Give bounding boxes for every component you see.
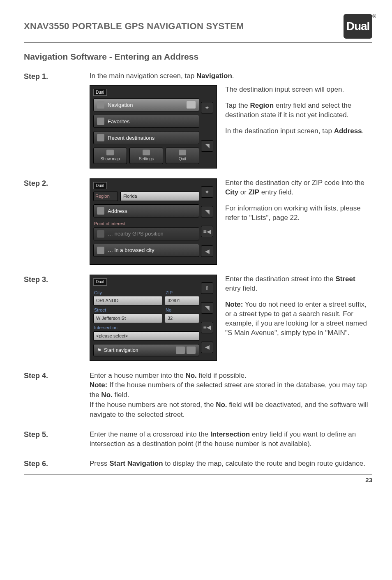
ss-side-button-1[interactable]: ✦ (201, 102, 213, 113)
step-2: Step 2. Dual Region Florida Address (24, 178, 372, 265)
step-5-label: Step 5. (24, 430, 90, 449)
ss-favorites-button[interactable]: Favorites (93, 115, 199, 128)
ss-quit-button[interactable]: Quit (166, 148, 199, 164)
intersection-field[interactable]: <please select> (93, 331, 199, 341)
ss-brand-tag: Dual (93, 182, 107, 189)
map-icon (106, 150, 114, 155)
compass-icon (97, 101, 104, 109)
step-2-text: Enter the destination city or ZIP code i… (225, 178, 372, 265)
screenshot-region: Dual Region Florida Address Point of int… (90, 178, 217, 265)
model: XNAV3550 (24, 21, 69, 31)
tools-icon (143, 150, 150, 155)
logo-text: Dual (346, 20, 370, 33)
step-1: Step 1. In the main navigation screen, t… (24, 72, 372, 169)
dual-logo: Dual (344, 14, 372, 39)
start-navigation-button[interactable]: ⚑ Start navigation (93, 344, 199, 356)
city-label: City (94, 290, 162, 296)
ss-brand-tag: Dual (93, 89, 107, 96)
intersection-label: Intersection (94, 325, 199, 331)
header-divider (24, 42, 372, 43)
section-heading: Navigation Software - Entering an Addres… (24, 52, 372, 62)
region-label: Region (93, 192, 118, 201)
ss-side-button-1[interactable]: ✦ (201, 186, 213, 198)
step-4-text: Enter a house number into the No. field … (90, 371, 372, 420)
ss-nearby-button[interactable]: … nearby GPS position (93, 227, 199, 240)
address-icon (97, 207, 104, 215)
city-icon (97, 247, 104, 254)
zip-field[interactable]: 32801 (165, 296, 199, 305)
ss-side-button-3[interactable]: ≡◀ (201, 322, 213, 333)
step-5-text: Enter the name of a crossroad into the I… (90, 430, 372, 449)
step-3-text: Enter the destination street into the St… (225, 275, 372, 361)
ss-side-button-2[interactable]: ◥ (201, 206, 213, 217)
ss-navigation-button[interactable]: Navigation (93, 98, 199, 111)
poi-label: Point of interest (94, 221, 199, 227)
page-number: 23 (24, 474, 372, 483)
region-field[interactable]: Florida (120, 192, 199, 201)
step-1-text: The destination input screen will open. … (225, 85, 372, 169)
route-small-icon (187, 347, 196, 354)
ss-showmap-button[interactable]: Show map (93, 148, 127, 164)
city-field[interactable]: ORLANDO (93, 296, 162, 305)
ss-browsed-button[interactable]: … in a browsed city (93, 244, 199, 257)
ss-recent-button[interactable]: Recent destinations (93, 131, 199, 144)
step-3: Step 3. Dual City ORLANDO ZIP 3280 (24, 275, 372, 361)
list-icon (97, 134, 104, 141)
step-4-label: Step 4. (24, 371, 90, 420)
ss-address-button[interactable]: Address (93, 204, 199, 217)
ss-settings-button[interactable]: Settings (129, 148, 163, 164)
ss-brand-tag: Dual (93, 278, 107, 286)
step-6: Step 6. Press Start Navigation to displa… (24, 459, 372, 469)
street-label: Street (94, 307, 162, 313)
no-field[interactable]: 32 (165, 314, 199, 323)
step-3-label: Step 3. (24, 275, 90, 361)
ss-side-button-4[interactable]: ◀ (201, 245, 213, 257)
step-1-intro: In the main navigation screen, tap Navig… (90, 72, 372, 81)
no-label: No. (166, 307, 199, 313)
flag-icon: ⚑ (97, 347, 101, 354)
ss-side-button-3[interactable]: ≡◀ (201, 226, 213, 237)
screenshot-main-menu: Dual Navigation Favorites Recent (90, 85, 217, 169)
ss-side-button-4[interactable]: ◀ (201, 342, 213, 353)
ss-side-button-2[interactable]: ◥ (201, 140, 213, 152)
ss-side-button-1[interactable]: ⇑ (201, 282, 213, 294)
step-6-text: Press Start Navigation to display the ma… (90, 459, 372, 469)
target-icon (97, 230, 104, 238)
map-small-icon (176, 347, 185, 354)
page-header: XNAV3550 PORTABLE GPS NAVIGATION SYSTEM (24, 21, 244, 32)
step-2-label: Step 2. (24, 178, 90, 265)
ss-side-button-2[interactable]: ◥ (201, 302, 213, 314)
star-icon (97, 118, 104, 125)
step-1-label: Step 1. (24, 72, 90, 169)
step-4: Step 4. Enter a house number into the No… (24, 371, 372, 420)
zip-label: ZIP (166, 290, 199, 296)
step-6-label: Step 6. (24, 459, 90, 469)
street-field[interactable]: W Jefferson St (93, 314, 162, 323)
map-pin-icon (187, 101, 196, 109)
exit-icon (179, 150, 186, 155)
step-5: Step 5. Enter the name of a crossroad in… (24, 430, 372, 449)
screenshot-address-form: Dual City ORLANDO ZIP 32801 (90, 275, 217, 361)
product-name: PORTABLE GPS NAVIGATION SYSTEM (72, 21, 244, 31)
